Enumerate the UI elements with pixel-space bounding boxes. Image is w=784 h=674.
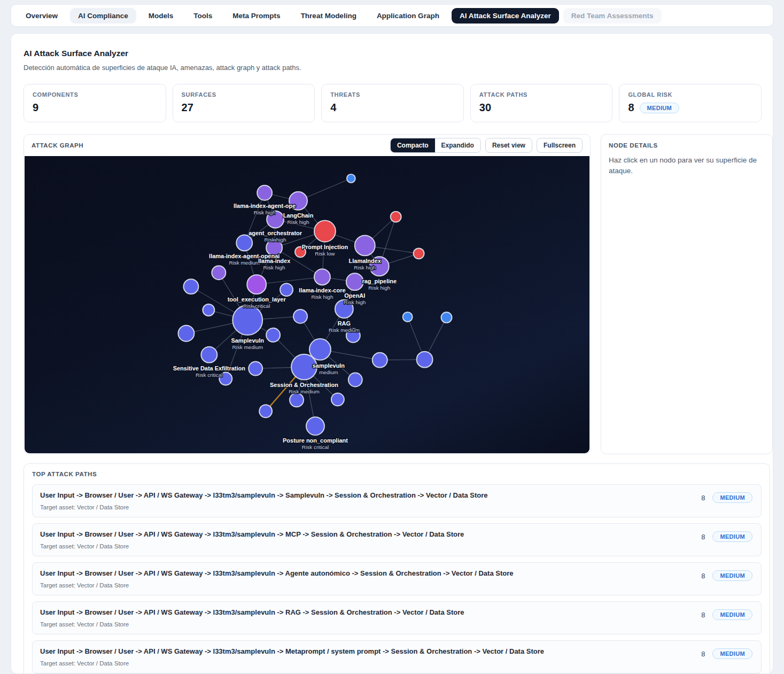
graph-node-risk: Risk critical bbox=[243, 303, 270, 309]
fullscreen-button[interactable]: Fullscreen bbox=[537, 138, 583, 153]
nav-item-ai-attack-surface-analyzer[interactable]: AI Attack Surface Analyzer bbox=[452, 8, 559, 24]
severity-badge: MEDIUM bbox=[712, 648, 752, 659]
node-details-title: NODE DETAILS bbox=[609, 142, 765, 149]
stat-label: GLOBAL RISK bbox=[628, 91, 752, 98]
stat-card-global-risk: GLOBAL RISK8MEDIUM bbox=[619, 84, 762, 122]
graph-node-prompt-injection[interactable] bbox=[314, 221, 336, 242]
graph-node-llama-index-agent-ope[interactable] bbox=[257, 185, 272, 200]
graph-node[interactable] bbox=[183, 279, 198, 294]
graph-node-risk: Risk high bbox=[263, 265, 285, 270]
graph-node[interactable] bbox=[249, 362, 262, 376]
nav-item-red-team-assessments[interactable]: Red Team Assessments bbox=[563, 8, 662, 24]
graph-node[interactable] bbox=[293, 309, 307, 323]
top-nav: OverviewAI ComplianceModelsToolsMeta Pro… bbox=[11, 4, 773, 27]
graph-node-label: llama-index bbox=[258, 258, 291, 264]
graph-node-samplevuln[interactable] bbox=[232, 305, 262, 335]
attack-path-row-4: User Input -> Browser / User -> API / WS… bbox=[32, 601, 762, 634]
graph-node[interactable] bbox=[347, 174, 355, 183]
severity-badge: MEDIUM bbox=[712, 570, 752, 581]
graph-node-risk: Risk critical bbox=[196, 372, 222, 378]
nav-item-tools[interactable]: Tools bbox=[185, 8, 220, 24]
graph-node[interactable] bbox=[280, 283, 293, 296]
graph-node-risk: Risk medium bbox=[232, 344, 263, 350]
node-details-panel: NODE DETAILS Haz click en un nodo para v… bbox=[601, 134, 773, 454]
graph-node[interactable] bbox=[331, 393, 344, 406]
graph-node-risk: Risk high bbox=[311, 294, 333, 300]
nav-item-ai-compliance[interactable]: AI Compliance bbox=[70, 8, 136, 24]
nav-item-overview[interactable]: Overview bbox=[18, 8, 66, 24]
stat-value: 4 bbox=[330, 102, 336, 114]
attack-graph-header: ATTACK GRAPH Compacto Expandido Reset vi… bbox=[24, 135, 590, 156]
attack-path-row-2: User Input -> Browser / User -> API / WS… bbox=[32, 523, 762, 556]
top-attack-paths-title: TOP ATTACK PATHS bbox=[32, 471, 762, 477]
graph-node[interactable] bbox=[178, 326, 194, 342]
severity-badge: MEDIUM bbox=[712, 531, 752, 542]
graph-node[interactable] bbox=[203, 304, 214, 316]
graph-node-label: tool_execution_layer bbox=[228, 296, 286, 303]
stat-label: ATTACK PATHS bbox=[479, 91, 604, 98]
graph-node-risk: Risk critical bbox=[302, 444, 329, 450]
compact-view-button[interactable]: Compacto bbox=[391, 138, 435, 152]
graph-node-llamaindex[interactable] bbox=[355, 235, 375, 255]
attack-path-score: 8 bbox=[701, 650, 705, 658]
graph-node-openai[interactable] bbox=[346, 273, 363, 290]
graph-node[interactable] bbox=[414, 248, 424, 259]
stat-value: 9 bbox=[33, 102, 38, 114]
graph-node-risk: Risk high bbox=[344, 299, 366, 305]
graph-node[interactable] bbox=[259, 405, 272, 417]
graph-node[interactable] bbox=[348, 373, 362, 387]
graph-node[interactable] bbox=[403, 312, 413, 322]
stat-card-attack-paths: ATTACK PATHS30 bbox=[470, 84, 613, 122]
nav-item-meta-prompts[interactable]: Meta Prompts bbox=[224, 8, 288, 24]
graph-node-tool-execution-layer[interactable] bbox=[247, 275, 266, 294]
graph-node-label: llama-index-core bbox=[299, 287, 345, 293]
attack-graph-title: ATTACK GRAPH bbox=[32, 142, 83, 149]
graph-node[interactable] bbox=[290, 393, 304, 407]
graph-node[interactable] bbox=[212, 266, 226, 280]
attack-path-text: User Input -> Browser / User -> API / WS… bbox=[40, 491, 701, 499]
graph-node-label: Sensitive Data Exfiltration bbox=[173, 365, 246, 371]
graph-node-posture-non-compliant[interactable] bbox=[306, 417, 324, 435]
graph-node[interactable] bbox=[266, 328, 280, 342]
stat-card-surfaces: SURFACES27 bbox=[173, 84, 315, 122]
graph-node-llama-index-core[interactable] bbox=[314, 269, 330, 285]
graph-node-label: samplevuln bbox=[313, 362, 345, 369]
graph-node[interactable] bbox=[372, 353, 387, 368]
graph-node[interactable] bbox=[417, 352, 433, 368]
stat-card-components: COMPONENTS9 bbox=[24, 84, 166, 122]
attack-path-target: Target asset: Vector / Data Store bbox=[40, 504, 701, 510]
attack-path-score: 8 bbox=[701, 572, 705, 580]
stat-card-threats: THREATS4 bbox=[321, 84, 464, 122]
graph-node-label: LlamaIndex bbox=[349, 258, 382, 264]
graph-node-risk: medium bbox=[319, 369, 338, 375]
nav-item-threat-modeling[interactable]: Threat Modeling bbox=[293, 8, 364, 24]
view-mode-toggle: Compacto Expandido bbox=[390, 138, 481, 153]
graph-node-samplevuln[interactable] bbox=[309, 339, 331, 360]
attack-path-text: User Input -> Browser / User -> API / WS… bbox=[40, 530, 701, 538]
stat-value: 8 bbox=[628, 102, 634, 114]
stat-value: 27 bbox=[182, 102, 193, 114]
node-details-placeholder: Haz click en un nodo para ver su superfi… bbox=[609, 155, 765, 177]
attack-path-text: User Input -> Browser / User -> API / WS… bbox=[40, 569, 701, 577]
graph-node-sensitive-data-exfiltration[interactable] bbox=[201, 347, 217, 363]
graph-node[interactable] bbox=[391, 212, 401, 222]
graph-node-label: OpenAI bbox=[344, 292, 365, 299]
graph-node-risk: Risk high bbox=[368, 285, 390, 291]
main-panel: AI Attack Surface Analyzer Detección aut… bbox=[11, 33, 773, 674]
graph-node[interactable] bbox=[441, 312, 452, 323]
reset-view-button[interactable]: Reset view bbox=[485, 138, 532, 153]
nav-item-application-graph[interactable]: Application Graph bbox=[369, 8, 447, 24]
attack-graph-canvas[interactable]: llama-index-agent-opeRisk highLangChainR… bbox=[25, 156, 589, 453]
attack-path-row-3: User Input -> Browser / User -> API / WS… bbox=[32, 562, 762, 595]
graph-node-label: Samplevuln bbox=[231, 337, 264, 344]
graph-node-risk: Risk low bbox=[315, 251, 335, 257]
page-subtitle: Detección automática de superficies de a… bbox=[24, 64, 301, 72]
graph-node-risk: Risk high bbox=[254, 210, 276, 215]
graph-node-llama-index-agent-openai[interactable] bbox=[236, 235, 252, 251]
page-title: AI Attack Surface Analyzer bbox=[24, 49, 128, 58]
severity-badge: MEDIUM bbox=[712, 609, 752, 620]
attack-path-text: User Input -> Browser / User -> API / WS… bbox=[40, 647, 701, 655]
graph-node-risk: Risk high bbox=[288, 219, 309, 225]
nav-item-models[interactable]: Models bbox=[141, 8, 182, 24]
expanded-view-button[interactable]: Expandido bbox=[435, 138, 480, 152]
